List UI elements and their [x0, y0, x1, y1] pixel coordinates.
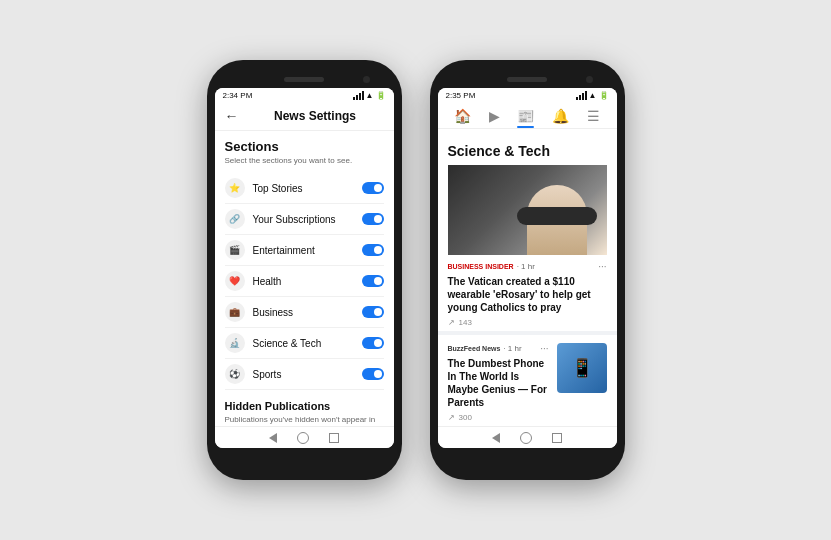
settings-header: ← News Settings [215, 102, 394, 131]
science-tech-label: Science & Tech [253, 338, 362, 349]
sports-toggle[interactable] [362, 368, 384, 380]
bracelet-illustration [517, 207, 597, 225]
top-nav: 🏠 ▶ 📰 🔔 ☰ [438, 102, 617, 129]
feed-title: Science & Tech [448, 137, 607, 165]
sports-label: Sports [253, 369, 362, 380]
phone-1-bottom [215, 448, 394, 470]
hero-card[interactable]: Science & Tech BUSINESS INSIDER · 1 hr ·… [438, 129, 617, 331]
top-stories-icon: ⭐ [225, 178, 245, 198]
toggle-science-tech[interactable]: 🔬 Science & Tech [225, 328, 384, 359]
back-nav-icon[interactable] [269, 433, 277, 443]
video-tab-icon[interactable]: ▶ [489, 108, 500, 124]
back-arrow-icon[interactable]: ← [225, 108, 239, 124]
hidden-desc: Publications you've hidden won't appear … [225, 415, 384, 426]
hidden-title: Hidden Publications [225, 400, 384, 412]
notifications-tab-icon[interactable]: 🔔 [552, 108, 569, 124]
business-insider-label: BUSINESS INSIDER [448, 263, 514, 270]
article-2-text: BuzzFeed News · 1 hr ··· The Dumbest Pho… [448, 343, 549, 422]
article-1-source: BUSINESS INSIDER · 1 hr ··· [448, 261, 607, 272]
article-2-source: BuzzFeed News · 1 hr ··· [448, 343, 549, 354]
recents-nav-icon-2[interactable] [552, 433, 562, 443]
settings-content: Sections Select the sections you want to… [215, 131, 394, 426]
toggle-entertainment[interactable]: 🎬 Entertainment [225, 235, 384, 266]
sections-heading: Sections [225, 139, 384, 154]
menu-tab-icon[interactable]: ☰ [587, 108, 600, 124]
article-1-meta: ↗ 143 [448, 318, 607, 327]
sections-subtitle: Select the sections you want to see. [225, 156, 384, 165]
article-1-title[interactable]: The Vatican created a $110 wearable 'eRo… [448, 275, 607, 314]
time-2: 2:35 PM [446, 91, 476, 100]
health-toggle[interactable] [362, 275, 384, 287]
toggle-subscriptions[interactable]: 🔗 Your Subscriptions [225, 204, 384, 235]
science-icon: 🔬 [225, 333, 245, 353]
article-2-thumbnail: 📱 [557, 343, 607, 393]
signal-icon-2 [576, 91, 587, 100]
home-nav-icon-2[interactable] [520, 432, 532, 444]
article-1-likes: 143 [459, 318, 472, 327]
toggle-business[interactable]: 💼 Business [225, 297, 384, 328]
article-2-title[interactable]: The Dumbest Phone In The World Is Maybe … [448, 357, 549, 409]
toggle-health[interactable]: ❤️ Health [225, 266, 384, 297]
article-2-row: BuzzFeed News · 1 hr ··· The Dumbest Pho… [448, 343, 607, 422]
phone-1-top [215, 70, 394, 88]
science-tech-toggle[interactable] [362, 337, 384, 349]
article-2-more[interactable]: ··· [540, 343, 548, 354]
home-tab-icon[interactable]: 🏠 [454, 108, 471, 124]
settings-title: News Settings [247, 109, 384, 123]
article-2-likes: 300 [459, 413, 472, 422]
home-nav-icon[interactable] [297, 432, 309, 444]
sports-icon: ⚽ [225, 364, 245, 384]
signal-icon [353, 91, 364, 100]
battery-icon-2: 🔋 [599, 91, 609, 100]
toggle-sports[interactable]: ⚽ Sports [225, 359, 384, 390]
wifi-icon: ▲ [366, 91, 374, 100]
phone-2-bottom [438, 448, 617, 470]
toggle-top-stories[interactable]: ⭐ Top Stories [225, 173, 384, 204]
entertainment-icon: 🎬 [225, 240, 245, 260]
phone-1-screen: 2:34 PM ▲ 🔋 ← News Settings [215, 88, 394, 448]
time-1: 2:34 PM [223, 91, 253, 100]
status-icons-1: ▲ 🔋 [353, 91, 386, 100]
status-bar-1: 2:34 PM ▲ 🔋 [215, 88, 394, 102]
article-2-meta: ↗ 300 [448, 413, 549, 422]
wifi-icon-2: ▲ [589, 91, 597, 100]
subscriptions-label: Your Subscriptions [253, 214, 362, 225]
screen2-bottom-nav [438, 426, 617, 448]
subscriptions-icon: 🔗 [225, 209, 245, 229]
subscriptions-toggle[interactable] [362, 213, 384, 225]
phone-2: 2:35 PM ▲ 🔋 🏠 ▶ 📰 🔔 ☰ [430, 60, 625, 480]
feed-content: Science & Tech BUSINESS INSIDER · 1 hr ·… [438, 129, 617, 426]
recents-nav-icon[interactable] [329, 433, 339, 443]
status-bar-2: 2:35 PM ▲ 🔋 [438, 88, 617, 102]
article-2-time: · 1 hr [503, 344, 521, 353]
speaker-2 [507, 77, 547, 82]
phone-2-top [438, 70, 617, 88]
back-nav-icon-2[interactable] [492, 433, 500, 443]
top-stories-label: Top Stories [253, 183, 362, 194]
speaker [284, 77, 324, 82]
business-icon: 💼 [225, 302, 245, 322]
battery-icon: 🔋 [376, 91, 386, 100]
hidden-publications-section: Hidden Publications Publications you've … [225, 400, 384, 426]
entertainment-toggle[interactable] [362, 244, 384, 256]
phone-1: 2:34 PM ▲ 🔋 ← News Settings [207, 60, 402, 480]
status-icons-2: ▲ 🔋 [576, 91, 609, 100]
buzzfeed-label: BuzzFeed News [448, 345, 501, 352]
top-stories-toggle[interactable] [362, 182, 384, 194]
camera [363, 76, 370, 83]
screen1-bottom-nav [215, 426, 394, 448]
share-icon-1: ↗ [448, 318, 455, 327]
health-icon: ❤️ [225, 271, 245, 291]
hero-image [448, 165, 607, 255]
share-icon-2: ↗ [448, 413, 455, 422]
phone-2-screen: 2:35 PM ▲ 🔋 🏠 ▶ 📰 🔔 ☰ [438, 88, 617, 448]
business-label: Business [253, 307, 362, 318]
entertainment-label: Entertainment [253, 245, 362, 256]
business-toggle[interactable] [362, 306, 384, 318]
article-1-more[interactable]: ··· [598, 261, 606, 272]
camera-2 [586, 76, 593, 83]
article-1-time: · 1 hr [517, 262, 535, 271]
news-tab-icon[interactable]: 📰 [517, 108, 534, 124]
health-label: Health [253, 276, 362, 287]
article-2-card[interactable]: BuzzFeed News · 1 hr ··· The Dumbest Pho… [438, 335, 617, 426]
